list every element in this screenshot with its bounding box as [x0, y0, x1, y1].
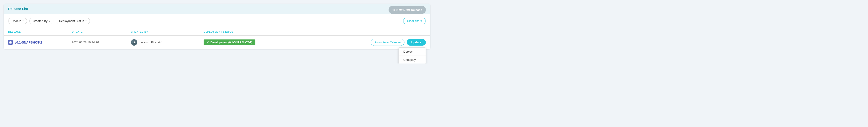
status-badge: ✓ Development (0.1-SNAPSHOT-1) — [204, 39, 255, 45]
table-row: v0.1-SNAPSHOT-2 2024/03/28 10:24:26 LP L… — [4, 36, 430, 49]
deploy-item[interactable]: Deploy — [399, 48, 426, 56]
filter-deployment-status-label: Deployment Status — [59, 19, 84, 23]
release-icon — [8, 40, 13, 45]
page-container: Release List ⊕ New Draft Release Update … — [0, 0, 434, 64]
new-draft-label: New Draft Release — [397, 8, 422, 11]
update-cell: 2024/03/28 10:24:26 — [72, 41, 131, 44]
filter-created-by-label: Created By — [33, 19, 48, 23]
page-title: Release List — [8, 7, 28, 11]
created-by-cell: LP Lorenzo Pirazzini — [131, 39, 204, 46]
creator-name: Lorenzo Pirazzini — [140, 41, 162, 44]
filter-update-label: Update — [11, 19, 21, 23]
dropdown-menu: Deploy Undeploy — [399, 47, 426, 64]
check-icon: ✓ — [207, 41, 209, 44]
filter-deployment-status-button[interactable]: Deployment Status ▾ — [56, 18, 90, 24]
actions-cell: Promote to Release Update — [371, 39, 426, 46]
table-header: Release Update Created By Deployment Sta… — [4, 28, 430, 36]
col-header-deployment-status: Deployment Status — [204, 30, 426, 33]
chevron-down-icon: ▾ — [86, 20, 87, 22]
card-header: Release List ⊕ New Draft Release — [4, 4, 430, 14]
avatar-image: LP — [131, 39, 137, 46]
update-button[interactable]: Update — [407, 39, 426, 46]
chevron-down-icon: ▾ — [23, 20, 24, 22]
chevron-down-icon: ▾ — [49, 20, 50, 22]
col-header-update: Update — [72, 30, 131, 33]
new-draft-release-button[interactable]: ⊕ New Draft Release — [389, 6, 426, 14]
deployment-cell: ✓ Development (0.1-SNAPSHOT-1) — [204, 39, 255, 45]
status-label: Development (0.1-SNAPSHOT-1) — [210, 41, 252, 44]
release-cell: v0.1-SNAPSHOT-2 — [8, 40, 72, 45]
filter-update-button[interactable]: Update ▾ — [8, 18, 27, 24]
filter-created-by-button[interactable]: Created By ▾ — [29, 18, 53, 24]
undeploy-item[interactable]: Undeploy — [399, 56, 426, 64]
avatar: LP — [131, 39, 137, 46]
filters-bar: Update ▾ Created By ▾ Deployment Status … — [4, 14, 430, 28]
clear-filters-button[interactable]: Clear filters — [403, 18, 426, 24]
col-header-created-by: Created By — [131, 30, 204, 33]
col-header-release: Release — [8, 30, 72, 33]
promote-to-release-button[interactable]: Promote to Release — [371, 39, 404, 46]
release-name: v0.1-SNAPSHOT-2 — [14, 41, 42, 44]
plus-icon: ⊕ — [392, 8, 395, 12]
release-list-card: Release List ⊕ New Draft Release Update … — [4, 4, 430, 49]
